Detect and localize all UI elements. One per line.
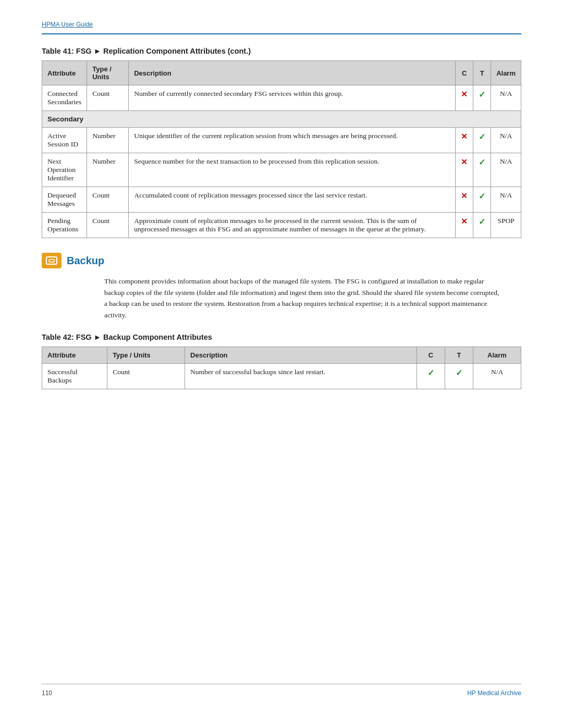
description: Sequence number for the next transaction… xyxy=(129,153,456,187)
type-units: Count xyxy=(87,187,129,213)
col2-description: Description xyxy=(185,347,417,364)
col2-alarm: Alarm xyxy=(473,347,521,364)
footer-brand: HP Medical Archive xyxy=(467,689,521,697)
description: Number of successful backups since last … xyxy=(185,364,417,389)
alarm-value: N/A xyxy=(491,187,521,213)
type-units: Count xyxy=(87,85,129,111)
col2-type-units: Type / Units xyxy=(107,347,185,364)
backup-description: This component provides information abou… xyxy=(42,276,521,320)
table-row: ActiveSession ID xyxy=(42,128,87,153)
page: HPMA User Guide Table 41: FSG ► Replicat… xyxy=(0,0,563,728)
footer: 110 HP Medical Archive xyxy=(42,689,521,697)
bottom-rule xyxy=(42,684,521,684)
col-type-units: Type / Units xyxy=(87,61,129,85)
table-row: NextOperationIdentifier xyxy=(42,153,87,187)
type-units: Count xyxy=(87,213,129,238)
type-units: Number xyxy=(87,153,129,187)
col-attribute: Attribute xyxy=(42,61,87,85)
t-value: ✓ xyxy=(473,187,491,213)
t-value: ✓ xyxy=(473,85,491,111)
alarm-value: N/A xyxy=(491,128,521,153)
c-value: ✕ xyxy=(456,128,473,153)
c-value: ✕ xyxy=(456,213,473,238)
type-units: Count xyxy=(107,364,185,389)
description: Accumulated count of replication message… xyxy=(129,187,456,213)
alarm-value: N/A xyxy=(491,153,521,187)
alarm-value: N/A xyxy=(491,85,521,111)
backup-icon-svg xyxy=(45,256,58,265)
table-row: DequeuedMessages xyxy=(42,187,87,213)
t-value: ✓ xyxy=(445,364,473,389)
svg-rect-1 xyxy=(49,260,54,262)
col2-c: C xyxy=(417,347,445,364)
table-row: SuccessfulBackups xyxy=(42,364,107,389)
alarm-value: SPOP xyxy=(491,213,521,238)
col-c: C xyxy=(456,61,473,85)
table2-title: Table 42: FSG ► Backup Component Attribu… xyxy=(42,333,521,341)
t-value: ✓ xyxy=(473,213,491,238)
c-value: ✓ xyxy=(417,364,445,389)
backup-heading: Backup xyxy=(42,253,521,268)
col2-t: T xyxy=(445,347,473,364)
table-row: PendingOperations xyxy=(42,213,87,238)
c-value: ✕ xyxy=(456,187,473,213)
table1: Attribute Type / Units Description C T A… xyxy=(42,60,521,238)
section-label: Secondary xyxy=(42,111,521,128)
top-rule xyxy=(42,33,521,34)
col-t: T xyxy=(473,61,491,85)
col2-attribute: Attribute xyxy=(42,347,107,364)
backup-heading-text: Backup xyxy=(67,255,104,267)
table1-title: Table 41: FSG ► Replication Component At… xyxy=(42,47,521,55)
footer-page: 110 xyxy=(42,689,52,697)
description: Number of currently connected secondary … xyxy=(129,85,456,111)
header-link[interactable]: HPMA User Guide xyxy=(42,21,521,28)
c-value: ✕ xyxy=(456,85,473,111)
table-row: ConnectedSecondaries xyxy=(42,85,87,111)
col-description: Description xyxy=(129,61,456,85)
t-value: ✓ xyxy=(473,153,491,187)
description: Approximate count of replication message… xyxy=(129,213,456,238)
backup-section: Backup This component provides informati… xyxy=(42,253,521,320)
type-units: Number xyxy=(87,128,129,153)
c-value: ✕ xyxy=(456,153,473,187)
t-value: ✓ xyxy=(473,128,491,153)
col-alarm: Alarm xyxy=(491,61,521,85)
alarm-value: N/A xyxy=(473,364,521,389)
backup-icon xyxy=(42,253,62,268)
table2: Attribute Type / Units Description C T A… xyxy=(42,347,521,389)
description: Unique identifier of the current replica… xyxy=(129,128,456,153)
